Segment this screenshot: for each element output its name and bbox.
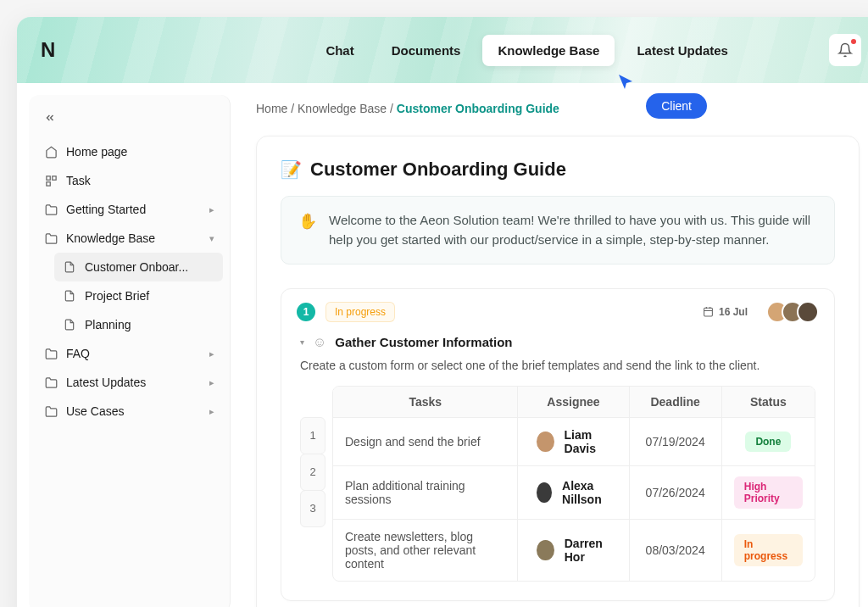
deadline-cell: 07/19/2024 bbox=[630, 417, 722, 465]
sidebar-subitem[interactable]: Project Brief bbox=[54, 281, 223, 310]
svg-rect-2 bbox=[46, 181, 49, 185]
status-pill: In progress bbox=[326, 302, 395, 322]
wave-icon: ✋ bbox=[298, 210, 317, 250]
sidebar-item-task[interactable]: Task bbox=[36, 166, 223, 195]
assignee-cell: Liam Davis bbox=[518, 417, 629, 465]
sidebar-collapse-button[interactable] bbox=[36, 107, 223, 132]
section-subtitle-row: ▾☺Gather Customer Information bbox=[300, 335, 815, 350]
chevron-right-icon: ▸ bbox=[209, 377, 214, 388]
assignee-cell: Darren Hor bbox=[518, 519, 629, 581]
emoji-icon: ☺ bbox=[313, 335, 326, 350]
step-badge: 1 bbox=[297, 303, 315, 321]
sidebar-subitem[interactable]: Customer Onboar... bbox=[54, 253, 223, 281]
logo: N bbox=[41, 38, 55, 62]
table-row: Design and send the briefLiam Davis07/19… bbox=[333, 417, 815, 465]
folder-icon bbox=[44, 404, 58, 418]
table-header-cell: Assignee bbox=[518, 387, 629, 417]
sidebar-item-label: Home page bbox=[66, 145, 127, 159]
calendar-icon bbox=[703, 306, 714, 317]
task-cell: Plan additional training sessions bbox=[333, 465, 518, 519]
table-header-cell: Status bbox=[722, 387, 815, 417]
table-row: Plan additional training sessionsAlexa N… bbox=[333, 465, 815, 519]
sidebar-item-label: Use Cases bbox=[66, 404, 124, 418]
body: Home pageTaskGetting Started▸Knowledge B… bbox=[17, 83, 868, 607]
status-badge: High Priority bbox=[734, 476, 803, 509]
svg-rect-0 bbox=[46, 175, 49, 179]
sidebar-item-label: Project Brief bbox=[85, 289, 149, 303]
sidebar-item-label: Latest Updates bbox=[66, 376, 146, 389]
app-window: N ChatDocumentsKnowledge BaseLatest Upda… bbox=[17, 17, 868, 607]
table-header: TasksAssigneeDeadlineStatus bbox=[333, 387, 815, 417]
sidebar-item-label: Task bbox=[66, 174, 91, 187]
home-icon bbox=[44, 145, 58, 159]
top-nav: ChatDocumentsKnowledge BaseLatest Update… bbox=[310, 35, 743, 66]
section-header: 1In progress16 Jul bbox=[281, 289, 834, 335]
task-cell: Create newsletters, blog posts, and othe… bbox=[333, 519, 518, 581]
nav-item-documents[interactable]: Documents bbox=[376, 35, 476, 66]
welcome-text: Welcome to the Aeon Solution team! We're… bbox=[329, 210, 817, 250]
assignee-cell: Alexa Nillson bbox=[518, 465, 629, 519]
avatar bbox=[535, 538, 555, 562]
doc-icon bbox=[63, 260, 76, 274]
sidebar-item-faq[interactable]: FAQ▸ bbox=[36, 339, 223, 368]
sidebar-item-home-page[interactable]: Home page bbox=[36, 137, 223, 166]
breadcrumb-part[interactable]: Knowledge Base bbox=[298, 102, 387, 115]
welcome-banner: ✋ Welcome to the Aeon Solution team! We'… bbox=[281, 196, 835, 265]
main-content: Home / Knowledge Base / Customer Onboard… bbox=[231, 83, 868, 607]
sidebar-subitem[interactable]: Planning bbox=[54, 310, 223, 339]
page-title: Customer Onboarding Guide bbox=[310, 159, 566, 181]
row-number: 2 bbox=[300, 454, 326, 491]
avatar bbox=[797, 301, 819, 323]
bell-icon bbox=[837, 42, 853, 58]
nav-item-chat[interactable]: Chat bbox=[310, 35, 369, 66]
status-badge: Done bbox=[745, 432, 791, 452]
section-date: 16 Jul bbox=[703, 306, 748, 318]
section-subtitle: Gather Customer Information bbox=[335, 335, 512, 349]
chevron-double-left-icon bbox=[44, 112, 56, 124]
folder-icon bbox=[44, 347, 58, 360]
chevron-down-icon[interactable]: ▾ bbox=[300, 337, 304, 347]
folder-icon bbox=[44, 231, 58, 245]
breadcrumb-part[interactable]: Home bbox=[256, 102, 287, 115]
deadline-cell: 08/03/2024 bbox=[630, 519, 722, 581]
deadline-cell: 07/26/2024 bbox=[630, 465, 722, 519]
content-card: 📝 Customer Onboarding Guide ✋ Welcome to… bbox=[256, 136, 860, 607]
sidebar-item-knowledge-base[interactable]: Knowledge Base▾ bbox=[36, 224, 223, 253]
avatar-group bbox=[766, 301, 819, 323]
sidebar-item-getting-started[interactable]: Getting Started▸ bbox=[36, 195, 223, 224]
breadcrumb: Home / Knowledge Base / Customer Onboard… bbox=[256, 102, 860, 115]
section-card: 1In progress16 Jul▾☺Gather Customer Info… bbox=[281, 288, 835, 601]
task-cell: Design and send the brief bbox=[333, 417, 518, 465]
svg-rect-3 bbox=[704, 308, 713, 316]
client-tooltip: Client bbox=[646, 93, 707, 119]
sidebar: Home pageTaskGetting Started▸Knowledge B… bbox=[29, 95, 231, 607]
status-cell: High Priority bbox=[722, 465, 815, 519]
nav-item-latest-updates[interactable]: Latest Updates bbox=[621, 35, 743, 66]
table-header-cell: Deadline bbox=[630, 387, 722, 417]
chevron-down-icon: ▾ bbox=[209, 233, 214, 244]
notifications-button[interactable] bbox=[829, 34, 861, 66]
folder-icon bbox=[44, 376, 58, 389]
cursor-icon bbox=[617, 73, 634, 93]
breadcrumb-current: Customer Onboarding Guide bbox=[397, 102, 559, 115]
row-number: 1 bbox=[300, 417, 326, 454]
row-number: 3 bbox=[300, 490, 326, 527]
doc-icon bbox=[63, 318, 76, 331]
svg-rect-1 bbox=[52, 175, 55, 179]
sidebar-item-label: Customer Onboar... bbox=[85, 260, 188, 274]
doc-icon bbox=[63, 289, 76, 303]
sidebar-item-label: FAQ bbox=[66, 347, 90, 360]
avatar bbox=[535, 430, 555, 454]
section-description: Create a custom form or select one of th… bbox=[300, 359, 815, 372]
status-badge: In progress bbox=[734, 534, 803, 566]
sidebar-item-label: Planning bbox=[85, 318, 131, 331]
chevron-right-icon: ▸ bbox=[209, 204, 214, 215]
avatar bbox=[535, 481, 554, 504]
header-bar: N ChatDocumentsKnowledge BaseLatest Upda… bbox=[17, 17, 868, 83]
sidebar-item-label: Getting Started bbox=[66, 203, 146, 216]
sidebar-item-use-cases[interactable]: Use Cases▸ bbox=[36, 397, 223, 426]
sidebar-item-latest-updates[interactable]: Latest Updates▸ bbox=[36, 368, 223, 397]
nav-item-knowledge-base[interactable]: Knowledge Base bbox=[482, 35, 615, 66]
table-header-cell: Tasks bbox=[333, 387, 518, 417]
sidebar-item-label: Knowledge Base bbox=[66, 231, 155, 245]
